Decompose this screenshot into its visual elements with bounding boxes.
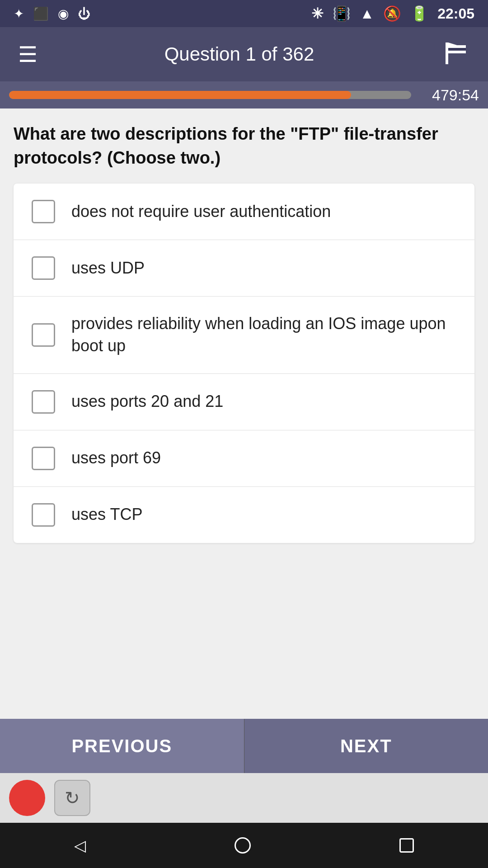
refresh-button[interactable]: ↻ [54, 780, 90, 816]
option-row-5[interactable]: uses port 69 [14, 430, 474, 487]
svg-rect-0 [446, 42, 448, 64]
android-nav-bar: ◁ [0, 823, 488, 868]
status-bar-right: ✳ 📳 ▲ 🔕 🔋 22:05 [311, 5, 474, 22]
question-progress-title: Question 1 of 362 [164, 43, 314, 65]
question-text: What are two descriptions for the "FTP" … [14, 122, 474, 170]
status-bar-left: ✦ ⬛ ◉ ⏻ [14, 6, 90, 21]
record-button[interactable] [9, 780, 45, 816]
option-checkbox-2[interactable] [32, 256, 55, 280]
flag-button[interactable] [441, 39, 470, 70]
status-bar: ✦ ⬛ ◉ ⏻ ✳ 📳 ▲ 🔕 🔋 22:05 [0, 0, 488, 27]
option-checkbox-5[interactable] [32, 447, 55, 470]
option-row-2[interactable]: uses UDP [14, 240, 474, 297]
option-text-6: uses TCP [71, 504, 142, 526]
option-row-6[interactable]: uses TCP [14, 487, 474, 543]
menu-icon[interactable]: ☰ [18, 42, 38, 67]
progress-bar-background [9, 91, 411, 99]
bottom-navigation: PREVIOUS NEXT [0, 719, 488, 773]
timer-display: 479:54 [420, 86, 479, 104]
vibrate-icon: 📳 [333, 5, 351, 22]
back-button[interactable]: ◁ [74, 836, 86, 854]
refresh-icon: ↻ [65, 788, 80, 808]
app-icon-1: ✦ [14, 6, 24, 21]
battery-icon: 🔋 [410, 5, 428, 22]
mute-icon: 🔕 [383, 5, 401, 22]
previous-button[interactable]: PREVIOUS [0, 719, 244, 773]
bluetooth-icon: ✳ [311, 5, 324, 22]
svg-rect-4 [448, 51, 466, 53]
option-checkbox-3[interactable] [32, 323, 55, 347]
recents-button[interactable] [399, 838, 414, 853]
next-button[interactable]: NEXT [244, 719, 488, 773]
bottom-bar: ↻ [0, 773, 488, 823]
option-row-4[interactable]: uses ports 20 and 21 [14, 374, 474, 430]
option-checkbox-6[interactable] [32, 503, 55, 527]
option-checkbox-1[interactable] [32, 200, 55, 223]
option-checkbox-4[interactable] [32, 390, 55, 414]
option-text-1: does not require user authentication [71, 201, 331, 223]
signal-icon: ▲ [360, 5, 374, 22]
header: ☰ Question 1 of 362 [0, 27, 488, 81]
option-row-1[interactable]: does not require user authentication [14, 184, 474, 240]
app-icon-3: ◉ [58, 6, 69, 21]
option-text-5: uses port 69 [71, 447, 161, 469]
main-content: What are two descriptions for the "FTP" … [0, 108, 488, 719]
progress-bar-fill [9, 91, 351, 99]
svg-rect-3 [448, 45, 466, 48]
app-icon-4: ⏻ [78, 6, 90, 21]
option-text-2: uses UDP [71, 257, 145, 279]
option-row-3[interactable]: provides reliability when loading an IOS… [14, 297, 474, 373]
options-card: does not require user authentication use… [14, 184, 474, 542]
progress-container: 479:54 [0, 81, 488, 108]
clock: 22:05 [437, 5, 474, 22]
option-text-3: provides reliability when loading an IOS… [71, 313, 456, 357]
option-text-4: uses ports 20 and 21 [71, 391, 223, 413]
svg-rect-2 [448, 48, 466, 51]
app-icon-2: ⬛ [33, 6, 49, 21]
home-button[interactable] [235, 837, 251, 854]
